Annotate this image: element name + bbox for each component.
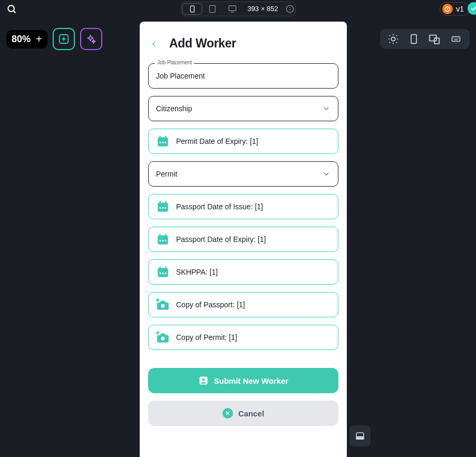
- svg-rect-50: [160, 273, 161, 274]
- permit-select[interactable]: Permit: [148, 161, 338, 187]
- svg-line-21: [390, 42, 390, 43]
- calendar-icon: [156, 265, 170, 279]
- svg-rect-39: [162, 207, 164, 209]
- svg-rect-41: [160, 201, 161, 203]
- svg-rect-66: [356, 437, 364, 440]
- citizenship-select[interactable]: Citizenship: [148, 96, 338, 121]
- close-icon: [222, 408, 233, 419]
- svg-point-0: [8, 5, 14, 12]
- device-phone-button[interactable]: [182, 3, 202, 15]
- clock-icon: [442, 4, 453, 14]
- passport-issue-label: Passport Date of Issue: [1]: [176, 202, 263, 211]
- svg-line-1: [14, 11, 16, 13]
- svg-rect-34: [165, 142, 167, 143]
- copy-passport-label: Copy of Passport: [1]: [176, 300, 245, 309]
- svg-line-19: [396, 42, 397, 43]
- responsive-icon[interactable]: [429, 33, 440, 45]
- svg-rect-44: [160, 240, 161, 241]
- viewport-dimensions: 393 × 852: [242, 5, 283, 13]
- job-placement-value: Job Placement: [156, 72, 205, 80]
- svg-rect-33: [162, 142, 164, 143]
- keyboard-icon[interactable]: [450, 34, 462, 44]
- plus-icon[interactable]: +: [36, 33, 42, 45]
- svg-rect-45: [162, 240, 164, 241]
- job-placement-field[interactable]: Job Placement Job Placement: [148, 63, 338, 89]
- right-toolbar: [380, 29, 470, 49]
- search-icon[interactable]: [6, 4, 17, 14]
- person-badge-icon: [198, 375, 209, 386]
- submit-button[interactable]: Submit New Worker: [148, 368, 338, 393]
- svg-rect-48: [165, 234, 166, 236]
- sun-icon[interactable]: [387, 33, 399, 45]
- phone-icon[interactable]: [409, 33, 419, 45]
- svg-rect-3: [209, 5, 215, 12]
- passport-issue-field[interactable]: Passport Date of Issue: [1]: [148, 194, 338, 219]
- permit-label: Permit: [156, 170, 177, 178]
- citizenship-label: Citizenship: [156, 104, 192, 113]
- svg-rect-25: [452, 37, 460, 42]
- svg-rect-38: [160, 207, 161, 209]
- magic-tool-button[interactable]: [80, 28, 102, 50]
- cancel-button[interactable]: Cancel: [148, 401, 338, 426]
- svg-rect-54: [165, 266, 166, 269]
- passport-expiry-field[interactable]: Passport Date of Expiry: [1]: [148, 227, 338, 252]
- svg-rect-2: [190, 6, 194, 12]
- passport-expiry-label: Passport Date of Expiry: [1]: [176, 235, 266, 244]
- svg-point-58: [161, 337, 165, 341]
- sheet-title: Add Worker: [169, 36, 236, 51]
- add-component-button[interactable]: [53, 28, 75, 50]
- skhppa-field[interactable]: SKHPPA: [1]: [148, 259, 338, 285]
- svg-rect-42: [165, 201, 166, 203]
- permit-expiry-field[interactable]: Permit Date of Expiry: [1]: [148, 129, 338, 154]
- job-placement-legend: Job Placement: [155, 60, 194, 65]
- svg-point-27: [455, 38, 456, 39]
- back-button[interactable]: [150, 38, 158, 49]
- chevron-down-icon: [322, 104, 331, 113]
- svg-point-62: [202, 378, 205, 381]
- svg-rect-36: [165, 135, 166, 138]
- add-photo-icon: [156, 298, 170, 312]
- svg-rect-51: [162, 273, 164, 274]
- device-size-selector: 393 × 852: [180, 2, 295, 16]
- svg-rect-43: [158, 235, 168, 244]
- add-worker-sheet: Add Worker Job Placement Job Placement C…: [140, 22, 347, 457]
- svg-point-8: [289, 7, 290, 8]
- submit-label: Submit New Worker: [214, 376, 288, 385]
- cancel-label: Cancel: [238, 409, 264, 418]
- svg-point-29: [458, 38, 459, 39]
- info-icon[interactable]: [286, 5, 294, 13]
- chevron-down-icon: [322, 170, 331, 178]
- add-photo-icon: [156, 330, 170, 344]
- svg-rect-46: [165, 240, 167, 241]
- svg-line-18: [390, 35, 390, 36]
- svg-rect-37: [158, 202, 168, 211]
- svg-rect-52: [165, 273, 167, 274]
- svg-rect-60: [156, 332, 160, 333]
- skhppa-label: SKHPPA: [1]: [176, 268, 218, 276]
- copy-permit-label: Copy of Permit: [1]: [176, 333, 237, 342]
- device-desktop-button[interactable]: [222, 3, 242, 15]
- svg-rect-40: [165, 207, 167, 209]
- svg-rect-22: [411, 35, 416, 44]
- svg-rect-47: [160, 234, 161, 236]
- zoom-level: 80%: [12, 34, 31, 45]
- calendar-icon: [156, 134, 170, 148]
- calendar-icon: [156, 200, 170, 213]
- dock-panel-button[interactable]: [349, 425, 371, 446]
- permit-expiry-label: Permit Date of Expiry: [1]: [176, 137, 258, 145]
- svg-rect-4: [229, 6, 236, 11]
- svg-rect-32: [160, 142, 161, 143]
- version-selector[interactable]: v1: [440, 2, 470, 16]
- svg-point-55: [161, 304, 165, 308]
- calendar-icon: [156, 232, 170, 246]
- svg-rect-35: [160, 135, 161, 138]
- svg-point-26: [453, 38, 454, 39]
- svg-point-13: [391, 37, 395, 41]
- zoom-control[interactable]: 80% +: [6, 30, 47, 48]
- version-label: v1: [456, 5, 464, 13]
- svg-point-28: [456, 38, 458, 39]
- copy-permit-field[interactable]: Copy of Permit: [1]: [148, 325, 338, 350]
- svg-rect-49: [158, 268, 168, 277]
- copy-passport-field[interactable]: Copy of Passport: [1]: [148, 292, 338, 317]
- device-tablet-button[interactable]: [202, 3, 222, 15]
